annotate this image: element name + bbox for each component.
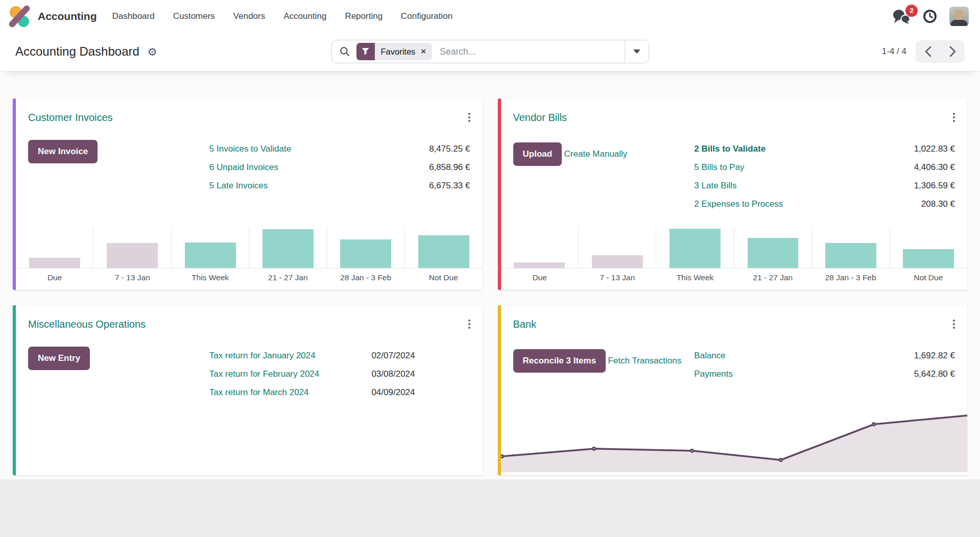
card-menu-kebab-icon[interactable] bbox=[466, 111, 472, 124]
chart-bar bbox=[592, 255, 643, 268]
chart-bar-label: This Week bbox=[656, 273, 734, 282]
dashboard-content: Customer Invoices New Invoice 5 Invoices… bbox=[0, 71, 980, 537]
activities-clock-icon[interactable] bbox=[923, 9, 937, 23]
card-row: Tax return for March 202404/09/2024 bbox=[209, 383, 470, 402]
card-row-link[interactable]: 5 Invoices to Validate bbox=[209, 140, 291, 158]
search-options-toggle[interactable] bbox=[625, 40, 649, 63]
pager-previous-button[interactable] bbox=[916, 40, 940, 63]
chart-bar-slot bbox=[578, 227, 656, 268]
card-bank: Bank Reconcile 3 Items Fetch Transaction… bbox=[498, 305, 968, 475]
card-row-link[interactable]: Payments bbox=[694, 365, 733, 383]
reconcile-items-button[interactable]: Reconcile 3 Items bbox=[513, 349, 606, 373]
remove-facet-icon[interactable]: × bbox=[420, 46, 432, 57]
card-row-link[interactable]: Tax return for March 2024 bbox=[209, 383, 309, 402]
nav-item-reporting[interactable]: Reporting bbox=[345, 8, 383, 25]
navbar-systray: 2 bbox=[892, 7, 972, 26]
chart-point-marker bbox=[779, 458, 783, 462]
chart-bar-label: Due bbox=[16, 273, 93, 282]
chart-bar bbox=[514, 262, 565, 268]
chart-bar-label: 7 - 13 Jan bbox=[579, 273, 656, 282]
chart-bar-slot bbox=[501, 227, 578, 268]
chart-bar bbox=[748, 238, 799, 268]
card-title[interactable]: Vendor Bills bbox=[513, 112, 567, 123]
card-row: 2 Bills to Validate1,022.83 € bbox=[694, 140, 955, 158]
chart-bar-label: 21 - 27 Jan bbox=[249, 273, 327, 282]
card-row-link[interactable]: 3 Late Bills bbox=[694, 177, 736, 195]
new-invoice-button[interactable]: New Invoice bbox=[28, 140, 98, 163]
card-row-value: 6,858.96 € bbox=[429, 158, 470, 177]
nav-item-vendors[interactable]: Vendors bbox=[233, 8, 265, 25]
odoo-accounting-logo[interactable] bbox=[8, 5, 31, 28]
card-row-value: 8,475.25 € bbox=[429, 140, 470, 158]
chart-point-marker bbox=[690, 449, 694, 453]
nav-item-configuration[interactable]: Configuration bbox=[401, 8, 452, 25]
card-row-link[interactable]: 2 Bills to Validate bbox=[694, 140, 766, 158]
facet-label: Favorites bbox=[375, 47, 420, 57]
card-kpi-rows: 2 Bills to Validate1,022.83 €5 Bills to … bbox=[694, 140, 955, 213]
card-title[interactable]: Bank bbox=[513, 319, 537, 330]
card-row-value: 4,406.30 € bbox=[914, 158, 955, 177]
chart-bar-slot bbox=[890, 227, 967, 268]
chart-bar-slot bbox=[171, 227, 249, 268]
control-panel: Accounting Dashboard ⚙ Favorites × 1-4 /… bbox=[0, 32, 980, 71]
card-row-value: 02/07/2024 bbox=[371, 347, 470, 365]
user-avatar[interactable] bbox=[949, 7, 969, 26]
chart-bar-slot bbox=[656, 227, 733, 268]
filter-funnel-icon bbox=[356, 43, 375, 60]
nav-item-accounting[interactable]: Accounting bbox=[283, 8, 326, 25]
main-menu: DashboardCustomersVendorsAccountingRepor… bbox=[112, 8, 453, 25]
card-row-value: 1,022.83 € bbox=[914, 140, 955, 158]
chart-bar bbox=[825, 243, 876, 268]
card-row: 5 Invoices to Validate8,475.25 € bbox=[209, 140, 470, 158]
card-row: 3 Late Bills1,306.59 € bbox=[694, 177, 955, 195]
card-row-link[interactable]: 5 Bills to Pay bbox=[694, 158, 744, 177]
fetch-transactions-link[interactable]: Fetch Transactions bbox=[608, 356, 682, 366]
card-row-link[interactable]: Tax return for January 2024 bbox=[209, 347, 316, 365]
card-row-link[interactable]: 6 Unpaid Invoices bbox=[209, 158, 278, 177]
card-row: 6 Unpaid Invoices6,858.96 € bbox=[209, 158, 470, 177]
create-manually-link[interactable]: Create Manually bbox=[564, 149, 628, 159]
chart-bar-slot bbox=[249, 227, 326, 268]
upload-button[interactable]: Upload bbox=[513, 142, 562, 166]
card-row: Tax return for January 202402/07/2024 bbox=[209, 347, 470, 365]
card-title[interactable]: Miscellaneous Operations bbox=[28, 319, 146, 330]
invoices-bar-chart: Due7 - 13 JanThis Week21 - 27 Jan28 Jan … bbox=[16, 227, 483, 290]
card-vendor-bills: Vendor Bills Upload Create Manually 2 Bi… bbox=[498, 99, 968, 290]
card-row-value: 5,642.80 € bbox=[914, 365, 955, 383]
card-menu-kebab-icon[interactable] bbox=[951, 318, 957, 331]
card-row: Balance1,692.82 € bbox=[694, 347, 955, 365]
card-row-value: 04/09/2024 bbox=[371, 383, 470, 402]
nav-item-dashboard[interactable]: Dashboard bbox=[112, 8, 155, 25]
card-row-link[interactable]: 2 Expenses to Process bbox=[694, 195, 783, 213]
chart-bar-slot bbox=[16, 227, 93, 268]
chart-point-marker bbox=[872, 422, 876, 426]
gear-icon[interactable]: ⚙ bbox=[148, 46, 157, 57]
card-title[interactable]: Customer Invoices bbox=[28, 112, 113, 123]
chart-bar-slot bbox=[734, 227, 811, 268]
chart-bar-label: 21 - 27 Jan bbox=[734, 273, 811, 282]
pager-next-button[interactable] bbox=[940, 40, 965, 63]
card-menu-kebab-icon[interactable] bbox=[951, 111, 957, 124]
nav-item-customers[interactable]: Customers bbox=[173, 8, 215, 25]
card-menu-kebab-icon[interactable] bbox=[466, 318, 472, 331]
chart-bar bbox=[340, 239, 391, 268]
messages-icon[interactable]: 2 bbox=[892, 9, 911, 24]
search-input[interactable] bbox=[440, 46, 624, 57]
pager-range: 1-4 / 4 bbox=[882, 46, 906, 57]
chart-bar-slot bbox=[404, 227, 482, 268]
card-row-link[interactable]: 5 Late Invoices bbox=[209, 177, 268, 195]
card-row: 5 Late Invoices6,675.33 € bbox=[209, 177, 470, 195]
search-bar[interactable]: Favorites × bbox=[331, 40, 649, 63]
messages-badge: 2 bbox=[905, 5, 918, 17]
bills-bar-chart: Due7 - 13 JanThis Week21 - 27 Jan28 Jan … bbox=[501, 227, 968, 290]
card-row-link[interactable]: Balance bbox=[694, 347, 725, 365]
card-row-value: 6,675.33 € bbox=[429, 177, 470, 195]
card-row: Tax return for February 202403/08/2024 bbox=[209, 365, 470, 383]
new-entry-button[interactable]: New Entry bbox=[28, 347, 90, 370]
app-name: Accounting bbox=[38, 10, 97, 22]
chart-bar-label: Not Due bbox=[404, 273, 482, 282]
card-row-link[interactable]: Tax return for February 2024 bbox=[209, 365, 319, 383]
pager: 1-4 / 4 bbox=[882, 40, 965, 63]
card-row-value: 208.30 € bbox=[921, 195, 955, 213]
search-facet-favorites[interactable]: Favorites × bbox=[356, 43, 433, 60]
